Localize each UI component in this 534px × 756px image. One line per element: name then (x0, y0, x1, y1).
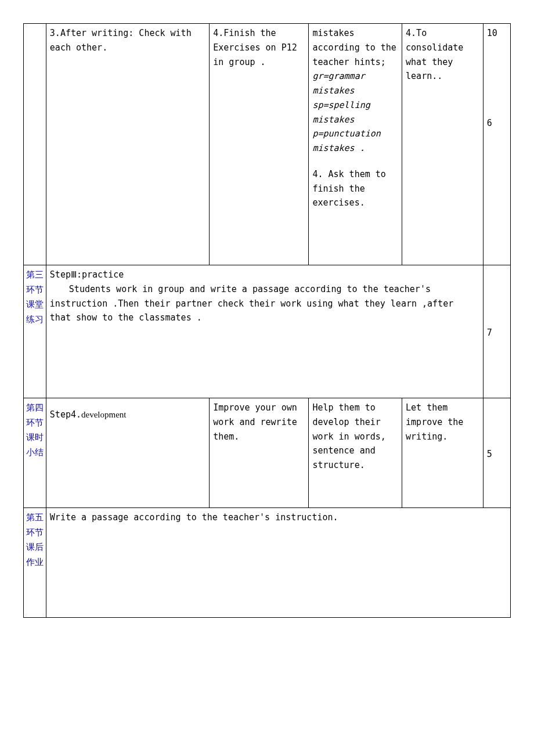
step-heading: StepⅢ:practice (50, 268, 479, 282)
cell-body: Write a passage according to the teacher… (46, 508, 510, 618)
cell-b: 4.Finish the Exercises on P12 in group . (210, 24, 309, 265)
text: 4.Finish the Exercises on P12 in group . (213, 28, 297, 67)
text: p=punctuation mistakes . (312, 127, 398, 156)
text: Write a passage according to the teacher… (50, 512, 338, 523)
cell-d: Let them improve the writing. (402, 398, 484, 508)
cell-time: 5 (483, 398, 510, 508)
row-label: 第三环节课堂练习 (24, 265, 46, 398)
cell-c: Help them to develop their work in words… (309, 398, 402, 508)
text: 4. Ask them to finish the exercises. (312, 169, 385, 208)
text: sp=spelling mistakes (312, 98, 398, 127)
table-row: 3.After writing: Check with each other. … (24, 24, 511, 265)
cell-main: Step4.development (46, 398, 209, 508)
table-row: 第三环节课堂练习 StepⅢ:practice Students work in… (24, 265, 511, 398)
text: 3.After writing: Check with each other. (50, 28, 192, 53)
row-label-text: 第五环节课后作业 (26, 513, 44, 567)
cell-d: 4.To consolidate what they learn.. (402, 24, 484, 265)
cell-body: StepⅢ:practice Students work in group an… (46, 265, 483, 398)
text: 4.To consolidate what they learn.. (406, 28, 463, 81)
cell-time: 7 (483, 265, 510, 398)
row-label: 第五环节课后作业 (24, 508, 46, 618)
cell-main: 3.After writing: Check with each other. (46, 24, 209, 265)
duration: 6 (487, 116, 507, 131)
table-row: 第四环节课时小结 Step4.development Improve your … (24, 398, 511, 508)
row-label (24, 24, 46, 265)
text: development (81, 410, 126, 419)
duration: 10 (487, 26, 507, 41)
lesson-plan-table: 3.After writing: Check with each other. … (23, 23, 511, 618)
step-body: Students work in group and write a passa… (50, 282, 479, 325)
text: Help them to develop their work in words… (312, 402, 385, 470)
text: Step4. (50, 409, 81, 420)
text: gr=grammar mistakes (312, 69, 398, 98)
table-row: 第五环节课后作业 Write a passage according to th… (24, 508, 511, 618)
duration: 5 (487, 449, 492, 459)
row-label-text: 第四环节课时小结 (26, 403, 44, 457)
text: Let them improve the writing. (406, 402, 463, 442)
row-label-text: 第三环节课堂练习 (26, 270, 44, 324)
text: mistakes according to the teacher hints; (312, 26, 398, 69)
duration: 7 (487, 327, 492, 338)
cell-c: mistakes according to the teacher hints;… (309, 24, 402, 265)
cell-time: 10 6 (483, 24, 510, 265)
cell-b: Improve your own work and rewrite them. (210, 398, 309, 508)
text: Improve your own work and rewrite them. (213, 402, 297, 442)
row-label: 第四环节课时小结 (24, 398, 46, 508)
